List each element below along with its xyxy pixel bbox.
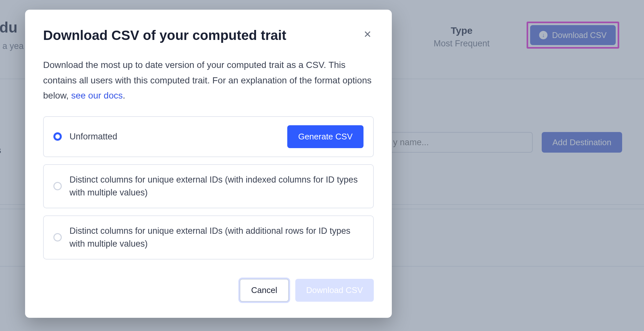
- modal-description-post: .: [123, 90, 125, 100]
- radio-icon: [53, 233, 62, 241]
- format-option-distinct-indexed[interactable]: Distinct columns for unique external IDs…: [43, 164, 374, 208]
- format-option-distinct-rows[interactable]: Distinct columns for unique external IDs…: [43, 215, 374, 260]
- modal-description: Download the most up to date version of …: [43, 57, 374, 103]
- option-label: Unformatted: [69, 130, 280, 143]
- modal-title: Download CSV of your computed trait: [43, 28, 374, 43]
- generate-csv-button[interactable]: Generate CSV: [287, 125, 363, 148]
- download-csv-modal: Download CSV of your computed trait ✕ Do…: [25, 10, 392, 318]
- radio-icon: [53, 132, 62, 141]
- format-option-unformatted[interactable]: Unformatted Generate CSV: [43, 116, 374, 157]
- option-label: Distinct columns for unique external IDs…: [69, 173, 363, 199]
- radio-icon: [53, 182, 62, 190]
- download-csv-modal-button[interactable]: Download CSV: [295, 279, 374, 302]
- close-icon: ✕: [363, 29, 372, 40]
- option-label: Distinct columns for unique external IDs…: [69, 224, 363, 251]
- docs-link[interactable]: see our docs: [71, 90, 123, 100]
- close-button[interactable]: ✕: [361, 28, 374, 41]
- cancel-button[interactable]: Cancel: [240, 279, 289, 302]
- modal-footer: Cancel Download CSV: [43, 279, 374, 302]
